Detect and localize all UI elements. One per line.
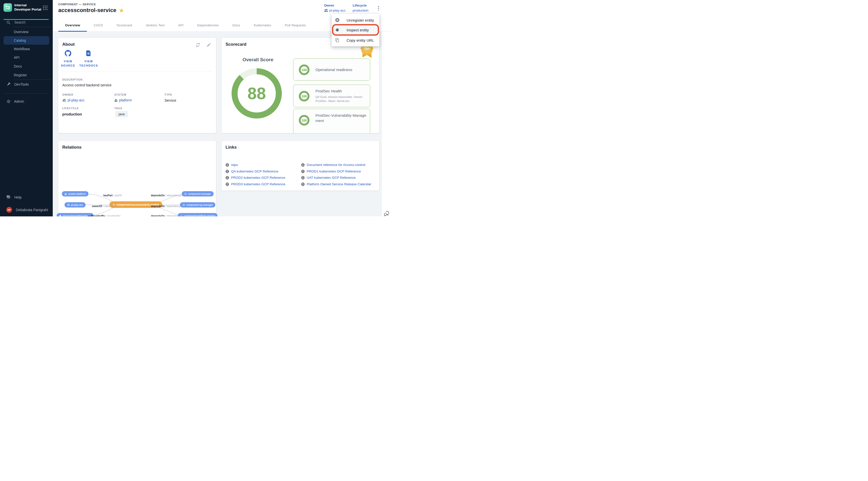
score-tile-label: ProdSec Health: [315, 88, 367, 94]
sidebar-item-overview[interactable]: Overview: [0, 28, 53, 36]
tab-cicd[interactable]: CI/CD: [87, 19, 110, 31]
relation-node-system-platform[interactable]: system:platform: [62, 191, 88, 197]
group-icon: [324, 9, 328, 12]
entity-kind-breadcrumb: COMPONENT — SERVICE: [58, 3, 96, 6]
sidebar-user[interactable]: DP Debabrata Panigrahi: [6, 207, 48, 213]
link-prod1-k8s[interactable]: PROD1 kubernetes GCP Reference: [301, 169, 361, 173]
divider: [62, 71, 212, 72]
sidebar-item-register[interactable]: Register: [0, 71, 53, 79]
refresh-icon[interactable]: [195, 42, 201, 48]
owner-link[interactable]: pl-play-acc: [329, 8, 346, 12]
tier-ribbon-label: Tier: [364, 47, 370, 51]
tags-field-label: TAGS: [114, 107, 122, 110]
link-repo[interactable]: repo: [225, 163, 238, 167]
score-tile-operational-readiness[interactable]: 100 Operational readiness: [293, 59, 370, 81]
cancel-circle-icon: [335, 18, 340, 22]
sidebar-item-workflows[interactable]: Workflows: [0, 45, 53, 53]
techdocs-icon: [86, 50, 92, 57]
globe-icon: [301, 163, 305, 167]
favorite-star-icon[interactable]: ★: [119, 8, 124, 13]
link-prod3-k8s[interactable]: PROD3 kubernetes GCP Reference: [225, 182, 285, 186]
svg-text:100: 100: [302, 68, 307, 72]
tab-pull-requests[interactable]: Pull Requests: [278, 19, 313, 31]
link-release-calendar[interactable]: Platform Owned Service Release Calendar: [301, 182, 371, 186]
sidebar-item-catalog[interactable]: Catalog: [3, 36, 49, 45]
svg-text:100: 100: [302, 119, 307, 122]
overall-score-gauge: 88: [230, 67, 283, 120]
edit-pencil-icon[interactable]: [207, 42, 212, 48]
svg-text:100: 100: [302, 95, 307, 98]
group-icon: [62, 99, 66, 102]
tab-kubernetes[interactable]: Kubernetes: [247, 19, 278, 31]
globe-icon: [225, 170, 229, 173]
lifecycle-field-value: production: [62, 112, 82, 116]
tab-scorecard[interactable]: Scorecard: [110, 19, 139, 31]
category-icon: [64, 193, 67, 195]
lifecycle-value: production: [352, 8, 368, 12]
user-name: Debabrata Panigrahi: [16, 208, 48, 212]
lifecycle-field-label: LIFECYCLE: [62, 107, 79, 110]
menu-item-unregister-entity[interactable]: Unregister entity: [332, 15, 379, 25]
search-label: Search: [14, 20, 25, 24]
sidebar-item-admin[interactable]: Admin: [6, 99, 24, 104]
type-field-value: Service: [164, 98, 176, 102]
sidebar-search[interactable]: Search: [6, 19, 25, 25]
description-label: DESCRIPTION: [62, 78, 83, 81]
overall-score-value: 88: [230, 67, 283, 120]
type-field-label: TYPE: [164, 93, 172, 96]
score-donut: 100: [299, 115, 310, 126]
score-tile-prodsec-vulnerability[interactable]: 100 ProdSec-Vulnerability Management: [293, 109, 370, 133]
sidebar-item-api[interactable]: API: [0, 53, 53, 62]
score-tile-prodsec-health[interactable]: 100 ProdSec Health Q4 Goal, mission impo…: [293, 85, 370, 107]
description-value: Access control backend service: [62, 83, 112, 87]
lifecycle-label: Lifecycle: [352, 3, 368, 7]
wrench-icon: [7, 82, 11, 86]
link-prod2-k8s[interactable]: PROD2 kubernetes GCP Reference: [225, 176, 285, 180]
content-panel: About VIEWSOURCE: [53, 32, 382, 216]
tab-dependencies[interactable]: Dependencies: [190, 19, 226, 31]
sidebar-item-help[interactable]: ? Help: [6, 195, 22, 200]
group-icon: [67, 204, 70, 206]
tab-docs[interactable]: Docs: [226, 19, 247, 31]
divider: [3, 93, 49, 94]
menu-item-copy-entity-url[interactable]: Copy entity URL: [332, 35, 379, 45]
owner-field-label: OWNER: [62, 93, 73, 96]
relation-node-component-ng-manager[interactable]: component:ng-manager: [180, 202, 215, 207]
scorecard-title: Scorecard: [225, 42, 246, 47]
link-doc-reference[interactable]: Document reference for Access-control: [301, 163, 365, 167]
edge-label-dependson-1: dependsOn/ dependencyOf: [151, 194, 183, 197]
tab-api[interactable]: API: [171, 19, 190, 31]
link-uat-k8s[interactable]: UAT kubernetes GCP Reference: [301, 176, 355, 180]
sidebar-item-devtools[interactable]: DevTools: [7, 82, 29, 86]
admin-label: Admin: [14, 99, 24, 103]
help-icon: ?: [6, 195, 11, 200]
edge-label-haspart: hasPart/ partOf: [103, 194, 122, 197]
svg-text:?: ?: [7, 195, 9, 198]
globe-icon: [301, 170, 305, 173]
relation-node-pl-play-acc[interactable]: pl-play-acc: [65, 202, 86, 207]
chip-icon: [184, 193, 187, 195]
globe-icon: [301, 183, 305, 186]
system-field-value[interactable]: platform: [114, 98, 132, 102]
sidebar-item-docs[interactable]: Docs: [0, 62, 53, 70]
view-source-link[interactable]: VIEWSOURCE: [61, 50, 75, 68]
owner-field-value[interactable]: pl-play-acc: [62, 98, 85, 102]
score-tile-label: Operational readiness: [315, 67, 367, 72]
tab-overview[interactable]: Overview: [58, 19, 87, 31]
divider: [14, 79, 51, 80]
links-card: Links repo QA kubernetes GCP Reference P…: [221, 141, 379, 191]
entity-context-menu: Unregister entity Inspect entity Copy en…: [332, 14, 379, 46]
apps-grid-icon[interactable]: [43, 5, 48, 10]
link-qa-k8s[interactable]: QA kubernetes GCP Reference: [225, 169, 278, 173]
view-techdocs-link[interactable]: VIEWTECHDOCS: [80, 50, 98, 68]
relation-node-component-platform-service[interactable]: component:platform-service: [178, 213, 217, 217]
relations-card: Relations system:platform: [58, 141, 216, 216]
edge-label-dependson-2: dependsOn/ dependencyOf: [151, 205, 183, 207]
relation-node-component-manager[interactable]: component:manager: [182, 191, 214, 197]
page-title: accesscontrol-service: [58, 7, 116, 13]
feedback-chat-icon[interactable]: [383, 211, 390, 216]
tab-jenkins-test[interactable]: Jenkins Test: [139, 19, 171, 31]
menu-item-inspect-entity[interactable]: Inspect entity: [332, 25, 379, 35]
entity-more-menu-icon[interactable]: [376, 6, 381, 11]
tag-chip-java[interactable]: java: [115, 111, 128, 117]
